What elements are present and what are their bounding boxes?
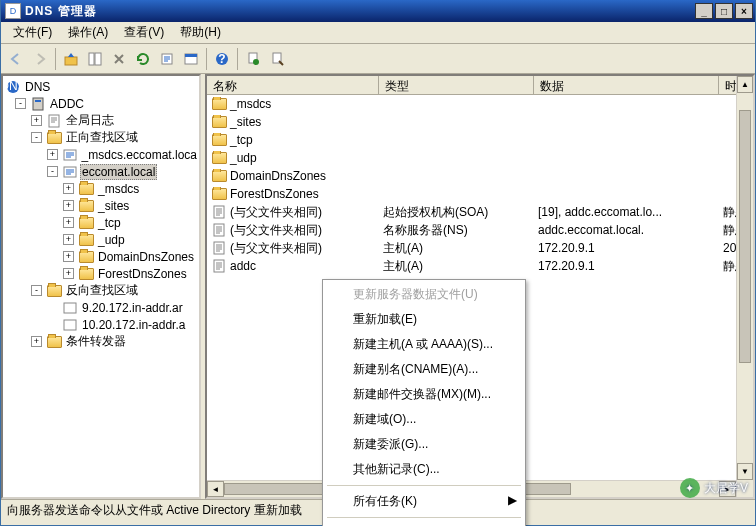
tree-label: 全局日志	[64, 112, 116, 129]
submenu-arrow-icon: ▶	[508, 493, 517, 507]
record-icon	[211, 223, 227, 237]
collapse-icon[interactable]: -	[31, 132, 42, 143]
zone-icon	[62, 165, 78, 179]
cell-name: DomainDnsZones	[230, 169, 326, 183]
menu-help[interactable]: 帮助(H)	[172, 22, 229, 43]
maximize-button[interactable]: □	[715, 3, 733, 19]
filter-button[interactable]	[242, 48, 264, 70]
tree-rev2[interactable]: 10.20.172.in-addr.a	[5, 316, 199, 333]
tree-zone-msdcs[interactable]: + _msdcs.eccomat.loca	[5, 146, 199, 163]
help-button[interactable]: ?	[211, 48, 233, 70]
minimize-button[interactable]: _	[695, 3, 713, 19]
zone-icon	[62, 318, 78, 332]
collapse-icon[interactable]: -	[15, 98, 26, 109]
tree-label: 10.20.172.in-addr.a	[80, 318, 187, 332]
vertical-scrollbar[interactable]: ▲▼	[736, 76, 753, 497]
col-name[interactable]: 名称	[207, 76, 379, 94]
svg-rect-5	[185, 54, 197, 57]
refresh-button[interactable]	[132, 48, 154, 70]
ctx-new-host[interactable]: 新建主机(A 或 AAAA)(S)...	[325, 332, 523, 357]
tree-label: _tcp	[96, 216, 123, 230]
tree-reverse-zones[interactable]: - 反向查找区域	[5, 282, 199, 299]
tree-label: _sites	[96, 199, 131, 213]
table-row[interactable]: (与父文件夹相同)名称服务器(NS)addc.eccomat.local.静态	[207, 221, 753, 239]
menu-view[interactable]: 查看(V)	[116, 22, 172, 43]
tree-forward-zones[interactable]: - 正向查找区域	[5, 129, 199, 146]
context-menu: 更新服务器数据文件(U) 重新加载(E) 新建主机(A 或 AAAA)(S)..…	[322, 279, 526, 526]
tree-global-log[interactable]: + 全局日志	[5, 112, 199, 129]
show-hide-button[interactable]	[84, 48, 106, 70]
svg-rect-14	[35, 100, 41, 102]
tree-label: _msdcs.eccomat.loca	[80, 148, 199, 162]
tree-label: 正向查找区域	[64, 129, 140, 146]
table-row[interactable]: ForestDnsZones	[207, 185, 753, 203]
svg-rect-21	[214, 224, 224, 236]
expand-icon[interactable]: +	[63, 234, 74, 245]
table-row[interactable]: _udp	[207, 149, 753, 167]
expand-icon[interactable]: +	[63, 268, 74, 279]
export-button[interactable]	[156, 48, 178, 70]
expand-icon[interactable]: +	[63, 217, 74, 228]
table-row[interactable]: _msdcs	[207, 95, 753, 113]
table-row[interactable]: _tcp	[207, 131, 753, 149]
menu-action[interactable]: 操作(A)	[60, 22, 116, 43]
window-titlebar: D DNS 管理器 _ □ ×	[1, 0, 755, 22]
tree-sub-msdcs[interactable]: +_msdcs	[5, 180, 199, 197]
ctx-reload[interactable]: 重新加载(E)	[325, 307, 523, 332]
collapse-icon[interactable]: -	[31, 285, 42, 296]
server-icon	[30, 97, 46, 111]
ctx-other-record[interactable]: 其他新记录(C)...	[325, 457, 523, 482]
watermark-text: 大居学V	[704, 480, 748, 497]
folder-icon	[211, 133, 227, 147]
table-row[interactable]: DomainDnsZones	[207, 167, 753, 185]
expand-icon[interactable]: +	[63, 183, 74, 194]
svg-rect-18	[64, 303, 76, 313]
properties-button[interactable]	[180, 48, 202, 70]
col-type[interactable]: 类型	[379, 76, 534, 94]
table-row[interactable]: (与父文件夹相同)主机(A)172.20.9.12019/2/5 6	[207, 239, 753, 257]
expand-icon[interactable]: +	[31, 336, 42, 347]
folder-icon	[78, 182, 94, 196]
run-button[interactable]	[266, 48, 288, 70]
tree-sub-forestdns[interactable]: +ForestDnsZones	[5, 265, 199, 282]
table-row[interactable]: (与父文件夹相同)起始授权机构(SOA)[19], addc.eccomat.l…	[207, 203, 753, 221]
close-button[interactable]: ×	[735, 3, 753, 19]
ctx-refresh[interactable]: 刷新(F)	[325, 521, 523, 526]
tree-sub-tcp[interactable]: +_tcp	[5, 214, 199, 231]
tree-zone-eccomat[interactable]: - eccomat.local	[5, 163, 199, 180]
menu-file[interactable]: 文件(F)	[5, 22, 60, 43]
cell-name: (与父文件夹相同)	[230, 240, 322, 257]
toolbar: ?	[1, 44, 755, 74]
ctx-all-tasks[interactable]: 所有任务(K)▶	[325, 489, 523, 514]
tree-conditional-forwarders[interactable]: + 条件转发器	[5, 333, 199, 350]
ctx-new-domain[interactable]: 新建域(O)...	[325, 407, 523, 432]
table-row[interactable]: _sites	[207, 113, 753, 131]
tree-rev1[interactable]: 9.20.172.in-addr.ar	[5, 299, 199, 316]
tree-root-dns[interactable]: DNS DNS	[5, 78, 199, 95]
col-data[interactable]: 数据	[534, 76, 719, 94]
ctx-new-mx[interactable]: 新建邮件交换器(MX)(M)...	[325, 382, 523, 407]
menubar: 文件(F) 操作(A) 查看(V) 帮助(H)	[1, 22, 755, 44]
tree-sub-domaindns[interactable]: +DomainDnsZones	[5, 248, 199, 265]
ctx-new-delegate[interactable]: 新建委派(G)...	[325, 432, 523, 457]
ctx-new-alias[interactable]: 新建别名(CNAME)(A)...	[325, 357, 523, 382]
folder-icon	[78, 216, 94, 230]
expand-icon[interactable]: +	[47, 149, 58, 160]
zone-icon	[62, 148, 78, 162]
tree-label: ForestDnsZones	[96, 267, 189, 281]
tree-sub-udp[interactable]: +_udp	[5, 231, 199, 248]
collapse-icon[interactable]: -	[47, 166, 58, 177]
cell-data: 172.20.9.1	[534, 241, 719, 255]
tree-sub-sites[interactable]: +_sites	[5, 197, 199, 214]
expand-icon[interactable]: +	[31, 115, 42, 126]
cell-name: (与父文件夹相同)	[230, 222, 322, 239]
tree-server-addc[interactable]: - ADDC	[5, 95, 199, 112]
expand-icon[interactable]: +	[63, 251, 74, 262]
up-button[interactable]	[60, 48, 82, 70]
cell-type: 主机(A)	[379, 258, 534, 275]
svg-point-9	[253, 59, 259, 65]
cell-type: 起始授权机构(SOA)	[379, 204, 534, 221]
table-row[interactable]: addc主机(A)172.20.9.1静态	[207, 257, 753, 275]
status-text: 向服务器发送命令以从文件或 Active Directory 重新加载	[7, 502, 302, 519]
expand-icon[interactable]: +	[63, 200, 74, 211]
